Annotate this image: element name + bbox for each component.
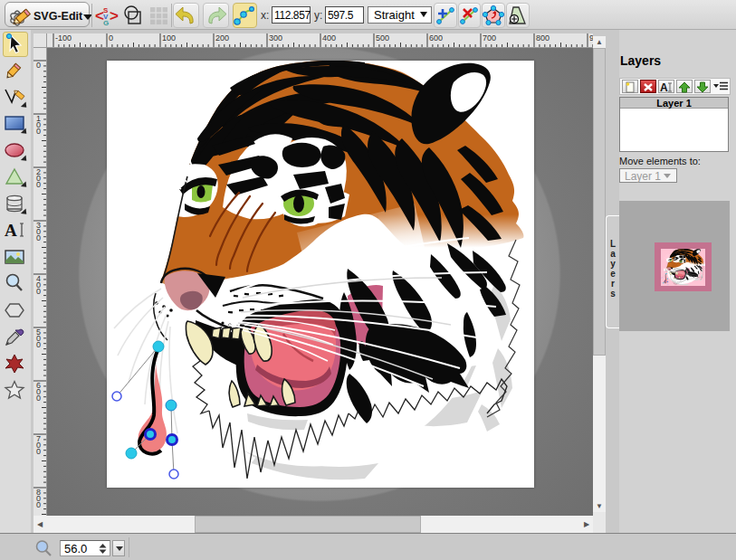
svg-text:500: 500: [376, 33, 389, 43]
svg-text:700: 700: [483, 33, 496, 43]
svg-text:300: 300: [269, 33, 282, 43]
svg-text:600: 600: [429, 33, 443, 43]
svg-text:0: 0: [36, 340, 41, 349]
svg-text:0: 0: [109, 33, 113, 43]
svg-text:0: 0: [36, 233, 41, 242]
svg-text:0: 0: [36, 394, 41, 403]
svg-text:800: 800: [536, 33, 550, 43]
svg-text:100: 100: [162, 33, 176, 43]
svg-text:0: 0: [36, 127, 41, 136]
svg-text:0: 0: [36, 180, 41, 189]
svg-text:G: G: [103, 19, 109, 27]
svg-text:A: A: [5, 221, 17, 240]
svg-text:0: 0: [36, 447, 41, 456]
svg-text:0: 0: [36, 287, 41, 296]
svg-text:0: 0: [36, 61, 41, 70]
svg-text:400: 400: [322, 33, 336, 43]
svg-text:A: A: [660, 81, 668, 93]
svg-text:-100: -100: [55, 33, 72, 43]
svg-text:0: 0: [36, 500, 41, 509]
svg-text:200: 200: [215, 33, 229, 43]
svg-text:>: >: [110, 7, 119, 24]
